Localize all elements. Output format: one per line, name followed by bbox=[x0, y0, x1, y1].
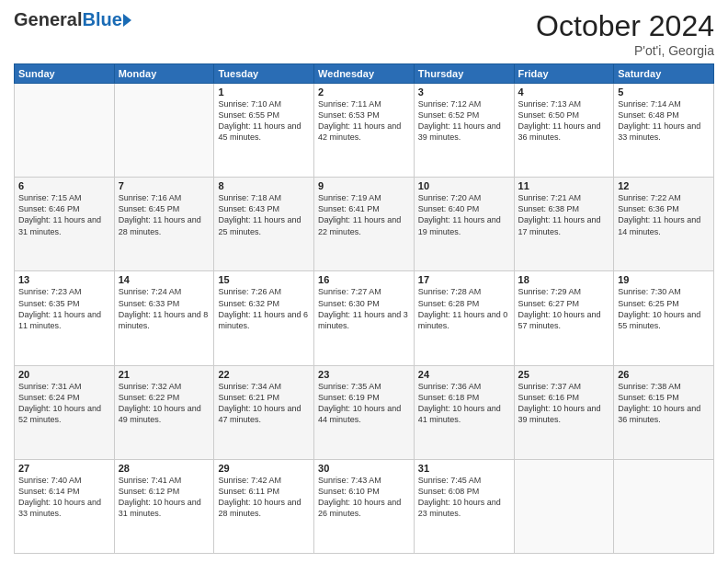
table-row: 16Sunrise: 7:27 AM Sunset: 6:30 PM Dayli… bbox=[314, 271, 415, 365]
table-row: 9Sunrise: 7:19 AM Sunset: 6:41 PM Daylig… bbox=[314, 178, 415, 271]
day-number: 9 bbox=[318, 180, 410, 191]
day-info: Sunrise: 7:16 AM Sunset: 6:45 PM Dayligh… bbox=[119, 192, 210, 237]
day-info: Sunrise: 7:42 AM Sunset: 6:11 PM Dayligh… bbox=[218, 475, 310, 520]
day-number: 3 bbox=[418, 86, 510, 98]
day-info: Sunrise: 7:29 AM Sunset: 6:27 PM Dayligh… bbox=[518, 286, 610, 331]
day-number: 14 bbox=[119, 274, 210, 285]
table-row: 4Sunrise: 7:13 AM Sunset: 6:50 PM Daylig… bbox=[514, 84, 614, 178]
day-info: Sunrise: 7:26 AM Sunset: 6:32 PM Dayligh… bbox=[218, 286, 310, 331]
day-info: Sunrise: 7:27 AM Sunset: 6:30 PM Dayligh… bbox=[318, 286, 410, 331]
table-row: 22Sunrise: 7:34 AM Sunset: 6:21 PM Dayli… bbox=[214, 365, 314, 459]
day-number: 8 bbox=[218, 180, 310, 191]
table-row: 25Sunrise: 7:37 AM Sunset: 6:16 PM Dayli… bbox=[514, 365, 614, 459]
table-row: 14Sunrise: 7:24 AM Sunset: 6:33 PM Dayli… bbox=[114, 271, 214, 365]
logo-arrow-icon bbox=[123, 14, 131, 27]
day-number: 28 bbox=[119, 463, 210, 474]
month-title: October 2024 bbox=[536, 9, 714, 43]
header-thursday: Thursday bbox=[414, 64, 514, 84]
table-row: 28Sunrise: 7:41 AM Sunset: 6:12 PM Dayli… bbox=[114, 459, 214, 553]
week-row-4: 20Sunrise: 7:31 AM Sunset: 6:24 PM Dayli… bbox=[15, 365, 714, 459]
table-row: 23Sunrise: 7:35 AM Sunset: 6:19 PM Dayli… bbox=[314, 365, 415, 459]
day-info: Sunrise: 7:18 AM Sunset: 6:43 PM Dayligh… bbox=[218, 192, 310, 237]
day-info: Sunrise: 7:24 AM Sunset: 6:33 PM Dayligh… bbox=[119, 286, 210, 331]
day-info: Sunrise: 7:13 AM Sunset: 6:50 PM Dayligh… bbox=[518, 98, 610, 144]
day-info: Sunrise: 7:15 AM Sunset: 6:46 PM Dayligh… bbox=[18, 192, 110, 237]
day-number: 10 bbox=[418, 180, 510, 191]
day-number: 31 bbox=[418, 463, 510, 474]
day-number: 4 bbox=[518, 86, 610, 98]
logo: General Blue bbox=[14, 9, 131, 30]
location-subtitle: P'ot'i, Georgia bbox=[536, 43, 714, 58]
day-info: Sunrise: 7:21 AM Sunset: 6:38 PM Dayligh… bbox=[518, 192, 610, 237]
day-header-row: Sunday Monday Tuesday Wednesday Thursday… bbox=[15, 64, 714, 84]
day-info: Sunrise: 7:32 AM Sunset: 6:22 PM Dayligh… bbox=[119, 381, 210, 426]
header-friday: Friday bbox=[514, 64, 614, 84]
table-row: 31Sunrise: 7:45 AM Sunset: 6:08 PM Dayli… bbox=[414, 459, 514, 553]
day-info: Sunrise: 7:36 AM Sunset: 6:18 PM Dayligh… bbox=[418, 381, 510, 426]
day-info: Sunrise: 7:23 AM Sunset: 6:35 PM Dayligh… bbox=[18, 286, 110, 331]
table-row: 29Sunrise: 7:42 AM Sunset: 6:11 PM Dayli… bbox=[214, 459, 314, 553]
table-row: 20Sunrise: 7:31 AM Sunset: 6:24 PM Dayli… bbox=[15, 365, 115, 459]
day-number: 11 bbox=[518, 180, 610, 191]
week-row-1: 1Sunrise: 7:10 AM Sunset: 6:55 PM Daylig… bbox=[15, 84, 714, 178]
table-row: 12Sunrise: 7:22 AM Sunset: 6:36 PM Dayli… bbox=[614, 178, 714, 271]
day-number: 23 bbox=[318, 369, 410, 380]
header: General Blue October 2024 P'ot'i, Georgi… bbox=[14, 9, 714, 58]
day-info: Sunrise: 7:28 AM Sunset: 6:28 PM Dayligh… bbox=[418, 286, 510, 331]
day-info: Sunrise: 7:20 AM Sunset: 6:40 PM Dayligh… bbox=[418, 192, 510, 237]
day-info: Sunrise: 7:30 AM Sunset: 6:25 PM Dayligh… bbox=[618, 286, 710, 331]
table-row: 24Sunrise: 7:36 AM Sunset: 6:18 PM Dayli… bbox=[414, 365, 514, 459]
day-number: 29 bbox=[218, 463, 310, 474]
table-row: 2Sunrise: 7:11 AM Sunset: 6:53 PM Daylig… bbox=[314, 84, 415, 178]
table-row: 7Sunrise: 7:16 AM Sunset: 6:45 PM Daylig… bbox=[114, 178, 214, 271]
day-number: 18 bbox=[518, 274, 610, 285]
day-info: Sunrise: 7:12 AM Sunset: 6:52 PM Dayligh… bbox=[418, 98, 510, 144]
week-row-2: 6Sunrise: 7:15 AM Sunset: 6:46 PM Daylig… bbox=[15, 178, 714, 271]
table-row bbox=[614, 459, 714, 553]
logo-blue-text: Blue bbox=[82, 9, 121, 30]
table-row bbox=[514, 459, 614, 553]
day-info: Sunrise: 7:35 AM Sunset: 6:19 PM Dayligh… bbox=[318, 381, 410, 426]
day-number: 25 bbox=[518, 369, 610, 380]
day-number: 12 bbox=[618, 180, 710, 191]
day-info: Sunrise: 7:41 AM Sunset: 6:12 PM Dayligh… bbox=[119, 475, 210, 520]
table-row: 15Sunrise: 7:26 AM Sunset: 6:32 PM Dayli… bbox=[214, 271, 314, 365]
table-row: 13Sunrise: 7:23 AM Sunset: 6:35 PM Dayli… bbox=[15, 271, 115, 365]
logo-general-text: General bbox=[14, 9, 82, 30]
day-number: 30 bbox=[318, 463, 410, 474]
page: General Blue October 2024 P'ot'i, Georgi… bbox=[0, 0, 728, 563]
day-number: 15 bbox=[218, 274, 310, 285]
day-number: 2 bbox=[318, 86, 410, 98]
day-number: 6 bbox=[18, 180, 110, 191]
table-row: 1Sunrise: 7:10 AM Sunset: 6:55 PM Daylig… bbox=[214, 84, 314, 178]
week-row-3: 13Sunrise: 7:23 AM Sunset: 6:35 PM Dayli… bbox=[15, 271, 714, 365]
day-info: Sunrise: 7:34 AM Sunset: 6:21 PM Dayligh… bbox=[218, 381, 310, 426]
table-row: 10Sunrise: 7:20 AM Sunset: 6:40 PM Dayli… bbox=[414, 178, 514, 271]
day-info: Sunrise: 7:14 AM Sunset: 6:48 PM Dayligh… bbox=[618, 98, 710, 144]
table-row: 8Sunrise: 7:18 AM Sunset: 6:43 PM Daylig… bbox=[214, 178, 314, 271]
day-number: 5 bbox=[618, 86, 710, 98]
day-number: 7 bbox=[119, 180, 210, 191]
week-row-5: 27Sunrise: 7:40 AM Sunset: 6:14 PM Dayli… bbox=[15, 459, 714, 553]
day-number: 26 bbox=[618, 369, 710, 380]
day-info: Sunrise: 7:31 AM Sunset: 6:24 PM Dayligh… bbox=[18, 381, 110, 426]
header-monday: Monday bbox=[114, 64, 214, 84]
day-number: 21 bbox=[119, 369, 210, 380]
day-info: Sunrise: 7:45 AM Sunset: 6:08 PM Dayligh… bbox=[418, 475, 510, 520]
table-row: 27Sunrise: 7:40 AM Sunset: 6:14 PM Dayli… bbox=[15, 459, 115, 553]
day-info: Sunrise: 7:37 AM Sunset: 6:16 PM Dayligh… bbox=[518, 381, 610, 426]
day-number: 13 bbox=[18, 274, 110, 285]
day-number: 16 bbox=[318, 274, 410, 285]
table-row: 19Sunrise: 7:30 AM Sunset: 6:25 PM Dayli… bbox=[614, 271, 714, 365]
day-number: 19 bbox=[618, 274, 710, 285]
day-number: 20 bbox=[18, 369, 110, 380]
day-info: Sunrise: 7:40 AM Sunset: 6:14 PM Dayligh… bbox=[18, 475, 110, 520]
day-info: Sunrise: 7:38 AM Sunset: 6:15 PM Dayligh… bbox=[618, 381, 710, 426]
table-row: 30Sunrise: 7:43 AM Sunset: 6:10 PM Dayli… bbox=[314, 459, 415, 553]
calendar-table: Sunday Monday Tuesday Wednesday Thursday… bbox=[14, 63, 714, 554]
day-number: 27 bbox=[18, 463, 110, 474]
table-row: 5Sunrise: 7:14 AM Sunset: 6:48 PM Daylig… bbox=[614, 84, 714, 178]
header-wednesday: Wednesday bbox=[314, 64, 415, 84]
table-row: 6Sunrise: 7:15 AM Sunset: 6:46 PM Daylig… bbox=[15, 178, 115, 271]
day-info: Sunrise: 7:22 AM Sunset: 6:36 PM Dayligh… bbox=[618, 192, 710, 237]
